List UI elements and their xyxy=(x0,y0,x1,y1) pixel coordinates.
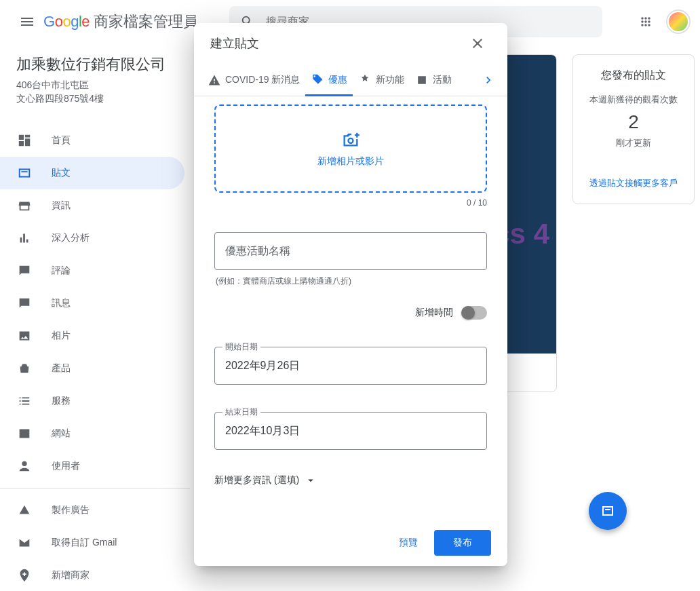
publish-button[interactable]: 發布 xyxy=(434,530,491,556)
modal-title: 建立貼文 xyxy=(210,35,259,52)
tab-label: 優惠 xyxy=(328,74,347,86)
tab-label: 活動 xyxy=(433,74,452,86)
tab-whatsnew[interactable]: 新功能 xyxy=(353,64,410,96)
modal-overlay: 建立貼文 COVID-19 新消息 優惠 新功能 活動 xyxy=(0,0,700,591)
chevron-right-icon xyxy=(482,73,495,87)
warning-icon xyxy=(208,73,221,87)
upload-media-box[interactable]: 新增相片或影片 xyxy=(214,104,487,193)
offer-name-hint: (例如：實體商店或線上購物通通八折) xyxy=(214,275,487,287)
add-time-toggle-row: 新增時間 xyxy=(214,306,487,320)
modal-body: 新增相片或影片 0 / 10 (例如：實體商店或線上購物通通八折) 新增時間 開… xyxy=(194,96,507,520)
add-photo-icon xyxy=(341,130,361,149)
preview-button[interactable]: 預覽 xyxy=(383,530,434,556)
tab-label: COVID-19 新消息 xyxy=(225,74,300,86)
close-icon xyxy=(469,35,486,52)
add-time-toggle[interactable] xyxy=(463,306,487,320)
chevron-down-icon xyxy=(305,474,317,487)
tab-event[interactable]: 活動 xyxy=(410,64,457,96)
start-date-label: 開始日期 xyxy=(222,341,260,353)
tab-offer[interactable]: 優惠 xyxy=(305,64,353,96)
upload-text: 新增相片或影片 xyxy=(317,155,384,168)
modal-tabs: COVID-19 新消息 優惠 新功能 活動 xyxy=(194,64,507,96)
more-info-expand[interactable]: 新增更多資訊 (選填) xyxy=(214,474,487,487)
modal-header: 建立貼文 xyxy=(194,23,507,64)
new-icon xyxy=(358,73,372,87)
close-button[interactable] xyxy=(464,30,491,57)
modal-footer: 預覽 發布 xyxy=(194,520,507,566)
tab-label: 新功能 xyxy=(376,74,404,86)
media-counter: 0 / 10 xyxy=(214,198,487,208)
more-info-label: 新增更多資訊 (選填) xyxy=(214,474,299,487)
calendar-icon xyxy=(415,73,429,87)
create-post-modal: 建立貼文 COVID-19 新消息 優惠 新功能 活動 xyxy=(194,23,507,566)
offer-name-input[interactable] xyxy=(214,232,487,270)
end-date-label: 結束日期 xyxy=(222,406,260,418)
tag-icon xyxy=(311,73,324,87)
tabs-scroll-right[interactable] xyxy=(478,73,499,87)
tab-covid[interactable]: COVID-19 新消息 xyxy=(202,64,305,96)
toggle-label: 新增時間 xyxy=(415,307,453,319)
